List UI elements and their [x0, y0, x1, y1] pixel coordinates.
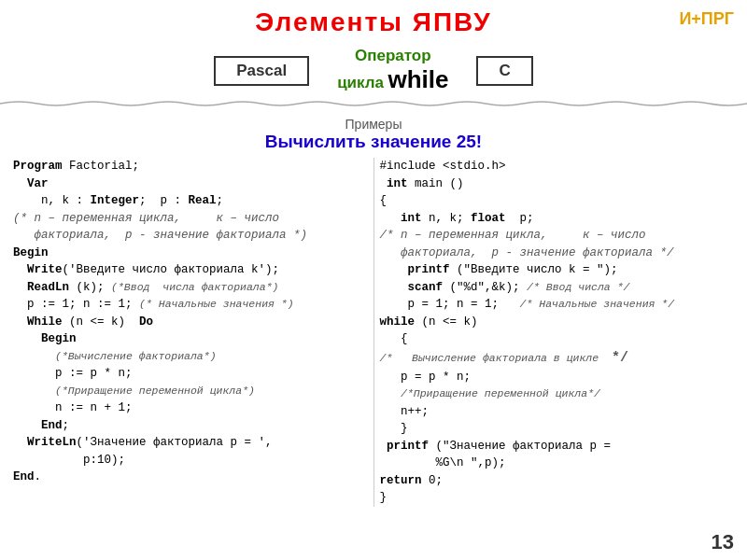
list-item: Write('Введите число факториала k');: [13, 261, 368, 279]
list-item: {: [380, 192, 735, 210]
list-item: int n, k; float p;: [380, 210, 735, 228]
list-item: /* n – переменная цикла, к – число: [380, 227, 735, 245]
list-item: n++;: [380, 403, 735, 421]
list-item: Program Factorial;: [13, 158, 368, 175]
list-item: return 0;: [380, 472, 735, 490]
list-item: Begin: [13, 245, 368, 262]
list-item: n, k : Integer; p : Real;: [13, 192, 368, 210]
list-item: Begin: [13, 330, 368, 348]
examples-title: Вычислить значение 25!: [0, 132, 747, 152]
examples-section-label: Примеры: [0, 117, 747, 132]
list-item: End;: [13, 417, 368, 435]
list-item: printf ("Введите число k = ");: [380, 261, 735, 279]
operator-label: Оператор: [337, 47, 448, 65]
list-item: {: [380, 330, 735, 348]
list-item: }: [380, 420, 735, 438]
list-item: While (n <= k) Do: [13, 314, 368, 331]
top-right-badge: И+ПРГ: [679, 9, 734, 29]
operator-center: Оператор цикла while: [337, 47, 448, 94]
list-item: int main (): [380, 175, 735, 193]
list-item: while (n <= k): [380, 314, 735, 331]
list-item: Var: [13, 175, 368, 193]
list-item: p:10);: [13, 452, 368, 469]
c-code-col: #include <stdio.h> int main () { int n, …: [374, 158, 740, 507]
list-item: факториала, p - значение факториала *): [13, 227, 368, 245]
page-number: 13: [712, 530, 734, 554]
list-item: /* Вычисление факториала в цикле */: [380, 348, 735, 369]
list-item: (* n – переменная цикла, к – число: [13, 210, 368, 228]
list-item: p := 1; n := 1; (* Начальные значения *): [13, 296, 368, 314]
list-item: (*Вычисление факториала*): [13, 348, 368, 366]
list-item: /*Приращение переменной цикла*/: [380, 385, 735, 403]
list-item: WriteLn('Значение факториала p = ',: [13, 434, 368, 452]
page-title: Элементы ЯПВУ: [255, 7, 491, 36]
list-item: p = p * n;: [380, 369, 735, 386]
list-item: printf ("Значение факториала p =: [380, 438, 735, 455]
list-item: scanf ("%d",&k); /* Ввод числа */: [380, 279, 735, 297]
list-item: End.: [13, 469, 368, 486]
list-item: p := p * n;: [13, 365, 368, 383]
list-item: %G\n ",p);: [380, 455, 735, 472]
list-item: ReadLn (k); (*Ввод числа факториала*): [13, 279, 368, 297]
list-item: #include <stdio.h>: [380, 158, 735, 175]
pascal-box: Pascal: [214, 56, 309, 86]
list-item: (*Приращение переменной цикла*): [13, 383, 368, 400]
code-area: Program Factorial; Var n, k : Integer; p…: [0, 158, 747, 507]
list-item: n := n + 1;: [13, 399, 368, 417]
list-item: факториала, p - значение факториала */: [380, 245, 735, 262]
c-box: C: [476, 56, 532, 86]
pascal-code-col: Program Factorial; Var n, k : Integer; p…: [7, 158, 374, 507]
operator-row: Pascal Оператор цикла while C: [0, 47, 747, 94]
decorative-line: [0, 100, 747, 107]
list-item: p = 1; n = 1; /* Начальные значения */: [380, 296, 735, 314]
cycle-while-row: цикла while: [337, 65, 448, 94]
list-item: }: [380, 489, 735, 507]
